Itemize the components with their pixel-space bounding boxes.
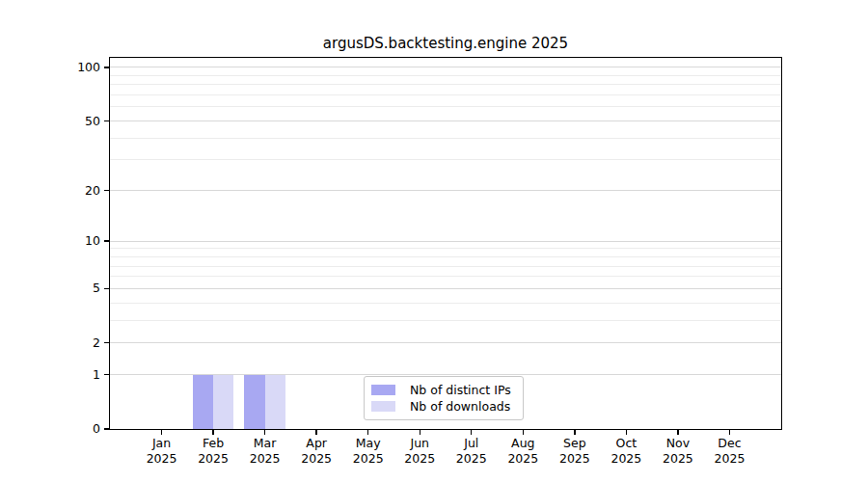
x-axis-tick-label: Jan2025	[133, 436, 191, 467]
y-axis-tick	[104, 342, 109, 343]
x-axis-tick	[626, 430, 627, 435]
x-axis-tick	[264, 430, 265, 435]
y-axis-tick	[104, 288, 109, 289]
y-axis-tick-label: 50	[33, 114, 100, 129]
y-gridline-minor	[110, 106, 781, 107]
y-axis-tick-label: 0	[33, 421, 100, 437]
x-axis-tick	[212, 430, 213, 435]
x-axis-tick-label: Mar2025	[236, 436, 294, 467]
legend: Nb of distinct IPs Nb of downloads	[364, 376, 524, 420]
y-axis-tick	[104, 67, 109, 67]
legend-label-downloads: Nb of downloads	[410, 398, 510, 415]
y-gridline-minor	[110, 84, 781, 85]
bar-nb-of-downloads-mar-2025	[265, 375, 285, 429]
y-gridline-major	[110, 241, 781, 242]
y-gridline-major	[110, 342, 781, 343]
figure: argusDS.backtesting.engine 2025 Nb of di…	[0, 0, 868, 482]
x-axis-tick-label: Dec2025	[700, 436, 758, 467]
y-gridline-major	[110, 120, 781, 121]
plot-area	[109, 57, 782, 430]
y-gridline-minor	[110, 94, 781, 95]
legend-label-distinct-ips: Nb of distinct IPs	[410, 382, 511, 398]
x-axis-tick-label: May2025	[339, 436, 397, 467]
y-gridline-major	[110, 67, 781, 67]
bar-nb-of-distinct-ips-feb-2025	[193, 375, 213, 429]
x-axis-tick	[574, 430, 575, 435]
legend-item-downloads: Nb of downloads	[371, 398, 516, 415]
y-gridline-minor	[110, 256, 781, 257]
x-axis-tick	[161, 430, 162, 435]
y-axis-tick-label: 1	[33, 367, 100, 383]
y-axis-tick-label: 100	[33, 60, 100, 75]
chart-title: argusDS.backtesting.engine 2025	[110, 34, 781, 53]
x-axis-tick-label: Feb2025	[184, 436, 242, 467]
x-axis-tick	[367, 430, 368, 435]
x-axis-tick	[420, 430, 420, 435]
legend-swatch-downloads-icon	[371, 401, 395, 412]
x-axis-tick	[315, 430, 316, 435]
y-axis-tick	[104, 428, 109, 429]
legend-item-distinct-ips: Nb of distinct IPs	[371, 382, 516, 398]
y-gridline-minor	[110, 248, 781, 249]
bar-nb-of-distinct-ips-mar-2025	[244, 375, 264, 429]
x-axis-tick	[677, 430, 678, 435]
x-axis-tick	[471, 430, 472, 435]
y-axis-tick-label: 5	[33, 281, 100, 296]
y-gridline-minor	[110, 303, 781, 304]
y-gridline-major	[110, 190, 781, 191]
legend-swatch-distinct-ips-icon	[371, 385, 395, 395]
y-axis-tick	[104, 374, 109, 375]
y-gridline-major	[110, 288, 781, 289]
x-axis-tick-label: Aug2025	[494, 436, 552, 467]
y-gridline-minor	[110, 138, 781, 139]
x-axis-tick-label: Nov2025	[649, 436, 707, 467]
y-gridline-minor	[110, 75, 781, 76]
x-axis-tick-label: Jul2025	[443, 436, 501, 467]
x-axis-tick-label: Oct2025	[597, 436, 655, 467]
x-axis-tick-label: Apr2025	[287, 436, 345, 467]
y-axis-tick	[104, 120, 109, 121]
y-axis-tick-label: 2	[33, 335, 100, 351]
y-gridline-minor	[110, 276, 781, 277]
bar-nb-of-downloads-feb-2025	[213, 375, 233, 429]
y-gridline-minor	[110, 159, 781, 160]
y-gridline-minor	[110, 320, 781, 321]
y-axis-tick-label: 10	[33, 233, 100, 249]
x-axis-tick-label: Sep2025	[546, 436, 604, 467]
y-axis-tick-label: 20	[33, 183, 100, 199]
y-axis-tick	[104, 190, 109, 191]
x-axis-tick	[523, 430, 524, 435]
x-axis-tick	[729, 430, 730, 435]
y-gridline-minor	[110, 266, 781, 267]
x-axis-tick-label: Jun2025	[391, 436, 448, 467]
y-axis-tick	[104, 240, 109, 241]
